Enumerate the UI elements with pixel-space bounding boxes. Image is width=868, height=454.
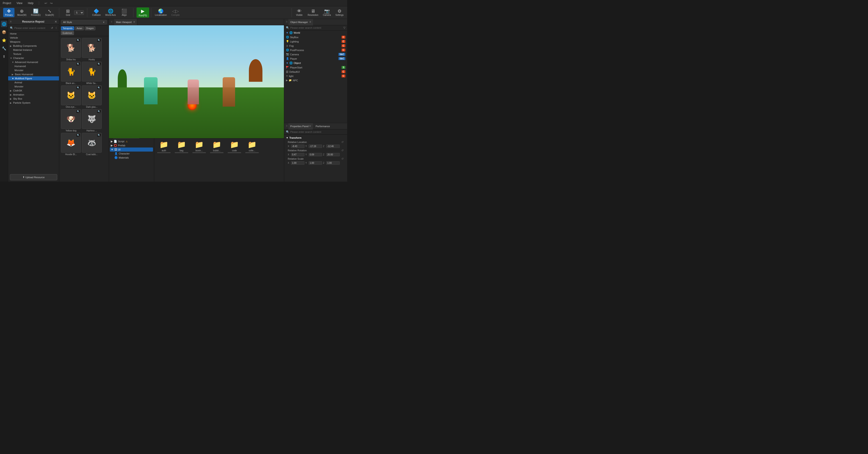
file-tree-character[interactable]: 👤 Character	[110, 152, 153, 156]
file-tree-script[interactable]: ▶ 📄 Script ⚠	[110, 139, 153, 143]
obj-camera[interactable]: 📷 Camera S&C	[284, 52, 347, 57]
obj-player[interactable]: 👤 Player S&C	[284, 57, 347, 61]
obj-search-input[interactable]	[290, 26, 342, 29]
style-dropdown[interactable]: All Style ▼	[61, 20, 107, 24]
props-tab-close[interactable]: ✕	[309, 125, 311, 128]
tree-item-monster-2[interactable]: Monster	[8, 85, 59, 89]
location-y-input[interactable]	[309, 144, 322, 148]
run-button[interactable]: ▶ Run(F5)	[136, 7, 149, 18]
tree-item-clothsk[interactable]: ▶ ClothSK	[8, 89, 59, 93]
menu-help[interactable]: Help	[27, 1, 34, 5]
folder-bag[interactable]: 📁 bag	[174, 140, 189, 153]
tree-item-advanced-humanoid[interactable]: ▼ Advanced Humanoid	[8, 60, 59, 64]
props-tab-properties[interactable]: Properties Panel ✕	[288, 123, 313, 129]
props-tab-performance[interactable]: Performance	[314, 123, 332, 129]
obj-fog[interactable]: 🌫 Fog C	[284, 43, 347, 48]
scale-x-input[interactable]	[291, 161, 305, 165]
icon-strip-package[interactable]: 📦	[1, 29, 7, 35]
world-axis-button[interactable]: 🌐 World Axis	[103, 8, 118, 17]
icon-strip-world[interactable]: 🌐	[1, 21, 7, 27]
camera-button[interactable]: 📷 Camera	[321, 8, 333, 17]
file-tree-materials[interactable]: 🔵 Materials	[110, 156, 153, 160]
grid-size-select[interactable]: 51025	[74, 10, 84, 15]
obj-postprocess[interactable]: 🌐 PostProcess C	[284, 48, 347, 52]
viewport-canvas[interactable]	[109, 25, 284, 138]
rotation-y-input[interactable]	[309, 153, 322, 156]
icon-strip-star[interactable]: ⭐	[1, 37, 7, 43]
filter-tag-tetrapods[interactable]: Tetrapods	[61, 26, 74, 30]
resource-refresh-btn[interactable]: ↺	[51, 26, 53, 30]
resource-collapse-btn[interactable]: 《	[54, 26, 57, 30]
resource-panel-close[interactable]: ✕	[55, 20, 57, 24]
obj-playerstart[interactable]: 🚩 PlayerStart S	[284, 65, 347, 70]
tree-item-animation[interactable]: ▶ Animation	[8, 93, 59, 97]
asset-item-dark[interactable]: 🔍 🐱 Dark glas...	[82, 86, 102, 108]
obj-skybox[interactable]: 🌐 SkyBox C	[284, 35, 347, 39]
tree-item-monster-1[interactable]: Monster	[8, 68, 59, 72]
compile-button[interactable]: ◁▷ Compile	[169, 8, 182, 17]
rel-rotation-reset[interactable]: ↺	[341, 149, 344, 152]
tree-item-vehicle[interactable]: Vehicle	[8, 36, 59, 40]
obj-manager-close[interactable]: ✕	[309, 21, 311, 24]
grid-button[interactable]: ⊞ Grid	[62, 8, 74, 17]
resolution-button[interactable]: 🖥 Resolution	[306, 8, 320, 17]
asset-item-shiba[interactable]: 🔍 🐕 Shiba Inu	[61, 38, 81, 61]
settings-button[interactable]: ⚙ Settings	[334, 8, 345, 17]
icon-strip-upload[interactable]: ⬆	[1, 53, 7, 60]
tree-item-texture[interactable]: Texture	[8, 52, 59, 56]
visible-button[interactable]: 👁 Visible	[293, 8, 305, 17]
asset-item-white[interactable]: 🔍 🐈 White Sa...	[82, 62, 102, 85]
obj-object-group[interactable]: ▼ 🌐 Object	[284, 61, 347, 65]
obj-manager-tab[interactable]: Object Manager ✕	[288, 19, 313, 25]
asset-item-black[interactable]: 🔍 🐈 Black an...	[61, 62, 81, 85]
rotation-x-input[interactable]	[291, 153, 305, 156]
collision-button[interactable]: 🔷 Collision	[90, 8, 103, 17]
folder-bubble[interactable]: 📁 bubbl...	[209, 140, 225, 153]
asset-item-oneeye[interactable]: 🔍 🐱 One-eye...	[61, 86, 81, 108]
asset-item-hairless[interactable]: 🔍 🐺 Hairless ...	[82, 109, 102, 132]
undo-button[interactable]: ↩	[43, 1, 48, 5]
menu-project[interactable]: Project	[2, 1, 12, 5]
obj-npc[interactable]: ▶ 📁 NPC	[284, 78, 347, 83]
location-x-input[interactable]	[291, 144, 305, 148]
asset-item-coat[interactable]: 🔍 🦝 Coat tabb...	[82, 133, 102, 156]
resource-search-input[interactable]	[14, 27, 50, 29]
obj-light[interactable]: ✦ light C	[284, 74, 347, 78]
scale-z-input[interactable]	[326, 161, 340, 165]
icon-strip-tools[interactable]: 🔧	[1, 45, 7, 52]
align-button[interactable]: ⬛ Align	[119, 8, 130, 17]
tree-item-building[interactable]: ▶ Building Components	[8, 44, 59, 48]
tree-item-material[interactable]: Material Instance	[8, 48, 59, 52]
tree-item-skybox[interactable]: ▶ Sky Box	[8, 97, 59, 101]
tree-item-multifoot[interactable]: ▼ Multifoot Figure	[8, 76, 59, 80]
redo-button[interactable]: ↪	[49, 1, 54, 5]
obj-world[interactable]: ▼ 🌐 World	[284, 31, 347, 35]
scale-y-input[interactable]	[309, 161, 322, 165]
tree-item-animal[interactable]: Animal	[8, 80, 59, 85]
folder-boxing[interactable]: 📁 boxin...	[191, 140, 207, 153]
file-tree-ui[interactable]: ▼ 🖼 UI	[110, 148, 153, 152]
menu-view[interactable]: View	[16, 1, 23, 5]
filter-tag-avian[interactable]: Avian	[75, 26, 84, 30]
localization-button[interactable]: 🌏 Localization	[153, 8, 168, 17]
obj-filter-btn[interactable]: ▽	[343, 26, 345, 29]
tree-item-basic-humanoid[interactable]: ▶ Basic Humanoid	[8, 72, 59, 76]
filter-tag-eudemon[interactable]: Eudemon	[61, 31, 74, 35]
file-tree-prefab[interactable]: ▶ ⭕ Prefab	[110, 143, 153, 148]
tree-item-home[interactable]: Home	[8, 32, 59, 36]
primary-button[interactable]: ✥ Primary	[3, 8, 14, 17]
tree-item-weapons[interactable]: Weapons	[8, 40, 59, 44]
obj-lighting[interactable]: 💡 Lighting C	[284, 39, 347, 43]
tree-item-particle[interactable]: ▶ Particle System	[8, 101, 59, 105]
tree-item-character[interactable]: ▼ Character	[8, 56, 59, 60]
move-button[interactable]: ⊕ Move(W)	[16, 8, 28, 17]
folder-auth[interactable]: 📁 auth	[156, 140, 172, 153]
location-z-input[interactable]	[326, 144, 340, 148]
folder-code[interactable]: 📁 code	[226, 140, 242, 153]
viewport-tab-main[interactable]: Main Viewport ✕	[114, 19, 137, 25]
props-search-input[interactable]	[290, 131, 345, 133]
scale-button[interactable]: ⤡ Scale(R)	[43, 8, 56, 17]
asset-item-yellow[interactable]: 🔍 🐶 Yellow dog	[61, 109, 81, 132]
tree-item-humanoid[interactable]: Humanoid	[8, 64, 59, 68]
rotate-button[interactable]: 🔄 Rotate(E)	[29, 8, 42, 17]
